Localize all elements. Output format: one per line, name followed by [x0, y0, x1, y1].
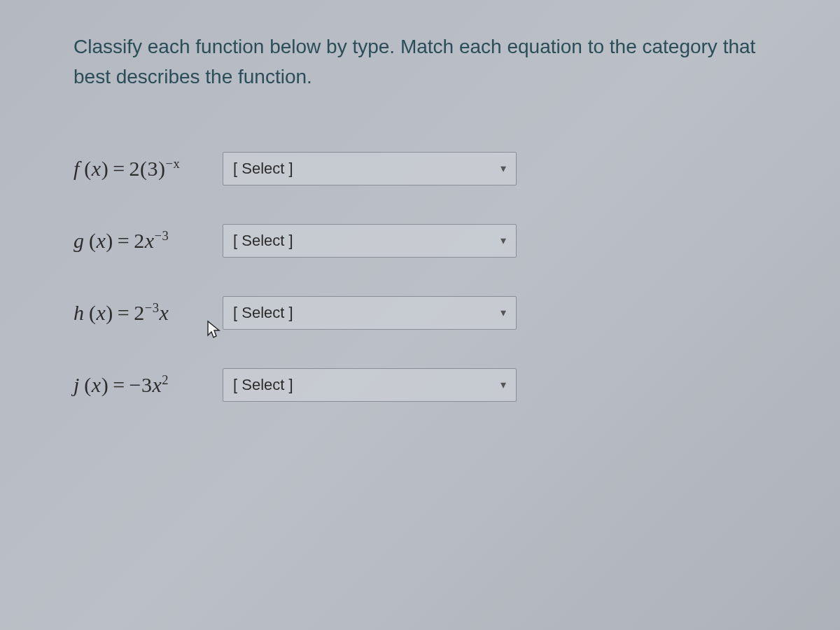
instructions-text: Classify each function below by type. Ma… — [74, 31, 766, 92]
select-g-label: [ Select ] — [233, 232, 293, 250]
chevron-down-icon: ▾ — [500, 162, 506, 175]
select-g[interactable]: [ Select ] ▾ — [223, 224, 517, 258]
chevron-down-icon: ▾ — [500, 234, 506, 247]
equation-h: h (x)=2−3x — [74, 300, 217, 325]
chevron-down-icon: ▾ — [500, 306, 506, 319]
select-j-label: [ Select ] — [233, 376, 293, 394]
chevron-down-icon: ▾ — [500, 378, 506, 391]
equation-g: g (x)=2x−3 — [74, 228, 217, 253]
equation-j: j (x)=−3x2 — [74, 372, 217, 397]
equation-f: f (x)=2(3)−x — [74, 156, 217, 181]
function-row-j: j (x)=−3x2 [ Select ] ▾ — [74, 368, 766, 402]
function-row-f: f (x)=2(3)−x [ Select ] ▾ — [74, 152, 766, 186]
select-h-label: [ Select ] — [233, 304, 293, 322]
function-row-h: h (x)=2−3x [ Select ] ▾ — [74, 296, 766, 330]
select-f[interactable]: [ Select ] ▾ — [223, 152, 517, 186]
function-row-g: g (x)=2x−3 [ Select ] ▾ — [74, 224, 766, 258]
select-j[interactable]: [ Select ] ▾ — [223, 368, 517, 402]
select-h[interactable]: [ Select ] ▾ — [223, 296, 517, 330]
select-f-label: [ Select ] — [233, 160, 293, 178]
